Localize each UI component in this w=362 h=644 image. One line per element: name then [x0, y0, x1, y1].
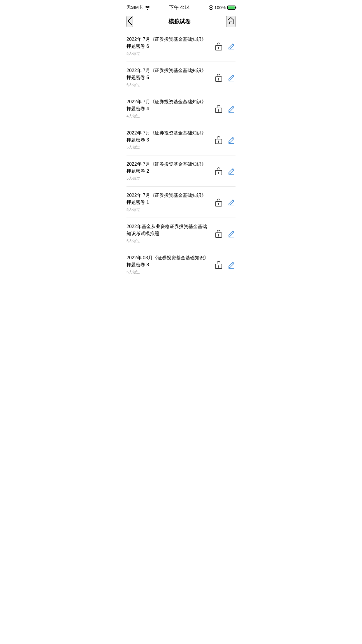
item-title: 2022年 7月《证券投资基金基础知识》押题密卷 6	[126, 36, 210, 50]
sim-status: 无SIM卡	[126, 5, 143, 10]
page-title: 模拟试卷	[168, 18, 191, 25]
nav-bar: 模拟试卷	[121, 14, 241, 31]
back-button[interactable]	[126, 16, 133, 27]
wifi-icon	[145, 6, 150, 10]
edit-icon[interactable]	[227, 260, 236, 269]
list-item[interactable]: 2022年 7月《证券投资基金基础知识》押题密卷 6 5人做过	[126, 31, 236, 62]
location-icon	[209, 5, 213, 10]
item-content: 2022年基金从业资格证券投资基金基础知识考试模拟题 5人做过	[126, 223, 215, 244]
list-item[interactable]: 2022年 03月《证券投资基金基础知识》押题密卷 8 5人做过	[126, 249, 236, 280]
exam-list: 2022年 7月《证券投资基金基础知识》押题密卷 6 5人做过	[121, 31, 241, 280]
item-title: 2022年 03月《证券投资基金基础知识》押题密卷 8	[126, 254, 210, 268]
svg-point-1	[210, 7, 212, 8]
status-left: 无SIM卡	[126, 5, 150, 10]
item-actions	[215, 104, 236, 113]
item-actions	[215, 73, 236, 82]
edit-icon[interactable]	[227, 73, 236, 81]
item-count: 6人做过	[126, 82, 210, 88]
item-content: 2022年 7月《证券投资基金基础知识》押题密卷 4 4人做过	[126, 98, 215, 119]
edit-icon[interactable]	[227, 198, 236, 206]
list-item[interactable]: 2022年 7月《证券投资基金基础知识》押题密卷 3 5人做过	[126, 124, 236, 155]
item-content: 2022年 7月《证券投资基金基础知识》押题密卷 1 5人做过	[126, 192, 215, 212]
status-time: 下午 4:14	[169, 4, 190, 11]
item-title: 2022年 7月《证券投资基金基础知识》押题密卷 2	[126, 161, 210, 175]
list-item[interactable]: 2022年基金从业资格证券投资基金基础知识考试模拟题 5人做过	[126, 218, 236, 249]
item-title: 2022年基金从业资格证券投资基金基础知识考试模拟题	[126, 223, 210, 237]
lock-icon[interactable]	[215, 41, 223, 51]
item-actions	[215, 260, 236, 269]
item-title: 2022年 7月《证券投资基金基础知识》押题密卷 5	[126, 67, 210, 81]
edit-icon[interactable]	[227, 136, 236, 144]
lock-icon[interactable]	[215, 166, 223, 176]
home-button[interactable]	[226, 16, 236, 27]
battery-percent: 100%	[215, 5, 226, 10]
svg-rect-2	[230, 22, 232, 24]
list-item[interactable]: 2022年 7月《证券投资基金基础知识》押题密卷 1 5人做过	[126, 187, 236, 218]
edit-icon[interactable]	[227, 167, 236, 175]
item-title: 2022年 7月《证券投资基金基础知识》押题密卷 1	[126, 192, 210, 206]
item-actions	[215, 41, 236, 51]
status-bar: 无SIM卡 下午 4:14 100%	[121, 0, 241, 14]
item-content: 2022年 7月《证券投资基金基础知识》押题密卷 2 5人做过	[126, 161, 215, 181]
item-content: 2022年 7月《证券投资基金基础知识》押题密卷 6 5人做过	[126, 36, 215, 56]
item-actions	[215, 229, 236, 238]
edit-icon[interactable]	[227, 229, 236, 237]
item-count: 5人做过	[126, 207, 210, 212]
item-count: 5人做过	[126, 51, 210, 56]
list-item[interactable]: 2022年 7月《证券投资基金基础知识》押题密卷 5 6人做过	[126, 62, 236, 93]
item-actions	[215, 166, 236, 176]
list-item[interactable]: 2022年 7月《证券投资基金基础知识》押题密卷 2 5人做过	[126, 155, 236, 187]
item-actions	[215, 197, 236, 207]
lock-icon[interactable]	[215, 197, 223, 207]
item-count: 5人做过	[126, 270, 210, 275]
list-item[interactable]: 2022年 7月《证券投资基金基础知识》押题密卷 4 4人做过	[126, 93, 236, 124]
item-title: 2022年 7月《证券投资基金基础知识》押题密卷 4	[126, 98, 210, 112]
lock-icon[interactable]	[215, 135, 223, 144]
lock-icon[interactable]	[215, 260, 223, 269]
lock-icon[interactable]	[215, 229, 223, 238]
lock-icon[interactable]	[215, 73, 223, 82]
item-count: 5人做过	[126, 145, 210, 150]
item-actions	[215, 135, 236, 144]
status-right: 100%	[209, 5, 236, 10]
item-count: 5人做过	[126, 238, 210, 244]
battery-icon	[227, 6, 236, 10]
item-count: 4人做过	[126, 113, 210, 119]
edit-icon[interactable]	[227, 42, 236, 50]
item-content: 2022年 7月《证券投资基金基础知识》押题密卷 5 6人做过	[126, 67, 215, 88]
lock-icon[interactable]	[215, 104, 223, 113]
item-content: 2022年 03月《证券投资基金基础知识》押题密卷 8 5人做过	[126, 254, 215, 275]
item-content: 2022年 7月《证券投资基金基础知识》押题密卷 3 5人做过	[126, 130, 215, 150]
edit-icon[interactable]	[227, 104, 236, 113]
item-title: 2022年 7月《证券投资基金基础知识》押题密卷 3	[126, 130, 210, 144]
item-count: 5人做过	[126, 176, 210, 181]
